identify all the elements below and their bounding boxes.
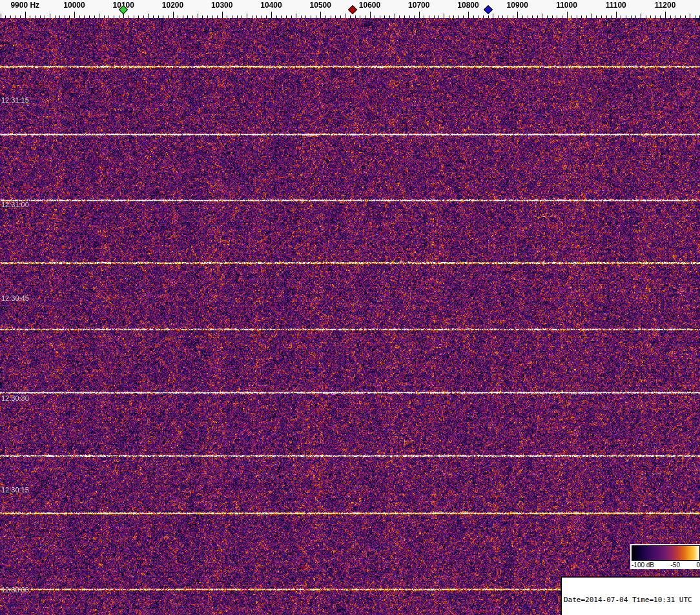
freq-tick-label: 9900 Hz [10,1,39,10]
freq-tick-label: 10000 [63,1,85,10]
legend-max-label: 0 [696,561,700,569]
freq-tick-label: 10900 [507,1,528,10]
freq-tick-label: 11100 [606,1,626,10]
color-scale-gradient [632,545,700,561]
legend-min-label: -100 dB [632,561,654,569]
frequency-ruler[interactable]: 9900 Hz100001010010200103001040010500106… [0,0,700,18]
time-axis-label: 12:30:00 [1,586,29,594]
freq-tick-label: 10800 [457,1,479,10]
waterfall-area: 12:31:1512:31:0012:30:4512:30:3012:30:15… [0,18,700,615]
color-scale-labels: -100 dB -50 0 [632,561,700,569]
freq-tick-label: 10300 [211,1,232,10]
time-axis-label: 12:30:30 [1,394,29,402]
time-axis-label: 12:30:45 [1,294,29,302]
legend-mid-label: -50 [671,561,680,569]
freq-tick-label: 11200 [655,1,676,10]
info-date-time: Date=2014-07-04 Time=10:31 UTC [564,596,700,604]
freq-tick-label: 10200 [162,1,183,10]
freq-tick-label: 10400 [260,1,282,10]
info-box: Date=2014-07-04 Time=10:31 UTC Freq=143 … [561,576,700,615]
spectrogram-canvas[interactable] [0,18,700,615]
freq-tick-label: 10600 [359,1,380,10]
time-axis-label: 12:31:00 [1,201,29,208]
color-scale-legend: -100 dB -50 0 [630,544,700,569]
time-axis-label: 12:31:15 [1,96,29,104]
spectrogram-app: 9900 Hz100001010010200103001040010500106… [0,0,700,615]
time-axis-label: 12:30:15 [1,486,29,494]
freq-tick-label: 10500 [310,1,331,10]
freq-tick-label: 10700 [408,1,429,10]
freq-tick-label: 11000 [556,1,577,10]
